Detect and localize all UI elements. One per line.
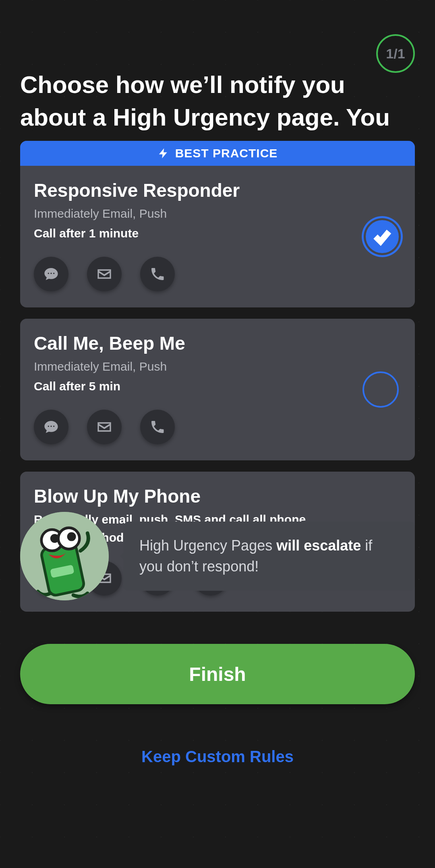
option-radio-unselected[interactable] <box>362 371 399 408</box>
best-practice-label: BEST PRACTICE <box>175 146 278 160</box>
step-indicator-text: 1/1 <box>386 46 405 62</box>
best-practice-banner: BEST PRACTICE <box>20 141 415 166</box>
option-card-call-me-beep-me[interactable]: Call Me, Beep Me Immediately Email, Push… <box>20 319 415 460</box>
option-subtitle-line1: Immediately Email, Push <box>34 357 401 375</box>
lightning-icon <box>157 147 170 159</box>
tip-speech-bubble: High Urgency Pages will escalate if you … <box>123 522 415 591</box>
keep-custom-rules-label: Keep Custom Rules <box>141 748 294 765</box>
option-channel-icons <box>34 410 401 444</box>
option-subtitle-line1: Immediately Email, Push <box>34 204 401 223</box>
option-radio-selected[interactable] <box>366 220 399 253</box>
finish-button-label: Finish <box>189 663 246 685</box>
option-card-body: Call Me, Beep Me Immediately Email, Push… <box>20 319 415 460</box>
option-subtitle-line2: Call after 1 minute <box>34 224 401 242</box>
option-subtitle-line2: Call after 5 min <box>34 377 401 395</box>
mascot-avatar <box>20 512 109 600</box>
email-icon <box>87 410 122 444</box>
option-title: Call Me, Beep Me <box>34 332 401 354</box>
svg-point-6 <box>50 534 59 543</box>
keep-custom-rules-link[interactable]: Keep Custom Rules <box>0 748 435 766</box>
phone-icon <box>140 257 175 291</box>
sms-icon <box>34 410 68 444</box>
option-channel-icons <box>34 257 401 291</box>
phone-icon <box>140 410 175 444</box>
sms-icon <box>34 257 68 291</box>
tip-row: High Urgency Pages will escalate if you … <box>20 512 415 600</box>
check-icon <box>372 227 392 247</box>
option-card-body: Responsive Responder Immediately Email, … <box>20 166 415 307</box>
email-icon <box>87 257 122 291</box>
option-card-responsive-responder[interactable]: BEST PRACTICE Responsive Responder Immed… <box>20 141 415 307</box>
onboarding-notification-screen: 1/1 Choose how we’ll notify you about a … <box>0 0 435 868</box>
finish-button[interactable]: Finish <box>20 644 415 704</box>
option-title: Responsive Responder <box>34 179 401 201</box>
step-indicator-badge: 1/1 <box>376 34 415 73</box>
tip-text-bold: will escalate <box>276 537 361 554</box>
svg-point-7 <box>67 532 76 541</box>
tip-text-prefix: High Urgency Pages <box>139 537 276 554</box>
option-title: Blow Up My Phone <box>34 485 401 507</box>
